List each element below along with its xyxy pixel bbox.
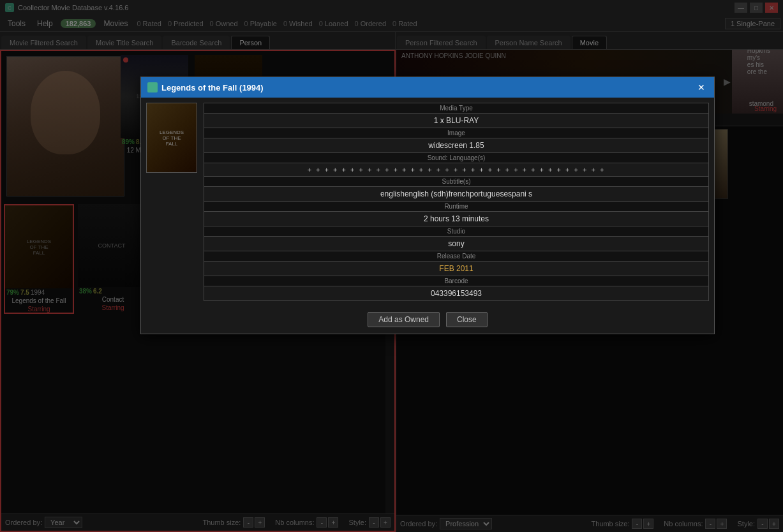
field-subtitles: Subtitle(s) englishenglish (sdh)frenchpo… [204, 176, 709, 202]
dialog-header: Legends of the Fall (1994) ✕ [141, 77, 714, 98]
release-date-value: FEB 2011 [204, 262, 708, 276]
field-media-type: Media Type 1 x BLU-RAY [204, 103, 709, 128]
image-label: Image [204, 128, 708, 138]
dialog-app-icon [147, 82, 158, 92]
runtime-label: Runtime [204, 202, 708, 212]
media-type-value: 1 x BLU-RAY [204, 114, 708, 128]
subtitles-value: englishenglish (sdh)frenchportuguesespan… [204, 187, 708, 201]
dialog-poster: LEGENDSOF THEFALL [146, 103, 197, 300]
runtime-value: 2 hours 13 minutes [204, 212, 708, 226]
sound-label: Sound: Language(s) [204, 153, 708, 163]
field-studio: Studio sony [204, 226, 709, 251]
media-type-label: Media Type [204, 103, 708, 114]
subtitles-label: Subtitle(s) [204, 177, 708, 187]
close-dialog-button[interactable]: Close [446, 312, 488, 327]
studio-value: sony [204, 237, 708, 251]
movie-details-dialog: Legends of the Fall (1994) ✕ LEGENDSOF T… [140, 77, 715, 334]
dialog-overlay: Legends of the Fall (1994) ✕ LEGENDSOF T… [0, 0, 783, 532]
field-release-date: Release Date FEB 2011 [204, 251, 709, 276]
studio-label: Studio [204, 226, 708, 237]
field-sound: Sound: Language(s) + + + + + + + + + + +… [204, 152, 709, 177]
dialog-close-x-button[interactable]: ✕ [695, 81, 708, 94]
field-image: Image widescreen 1.85 [204, 128, 709, 153]
dialog-fields: Media Type 1 x BLU-RAY Image widescreen … [204, 103, 709, 300]
field-runtime: Runtime 2 hours 13 minutes [204, 201, 709, 226]
dialog-title: Legends of the Fall (1994) [161, 83, 264, 92]
barcode-label: Barcode [204, 276, 708, 286]
image-value: widescreen 1.85 [204, 138, 708, 152]
barcode-value: 043396153493 [204, 286, 708, 300]
sound-value: + + + + + + + + + + + + + + + + + + + + … [204, 163, 708, 176]
dialog-buttons: Add as Owned Close [141, 306, 714, 334]
release-date-label: Release Date [204, 251, 708, 262]
add-as-owned-button[interactable]: Add as Owned [368, 312, 440, 327]
field-barcode: Barcode 043396153493 [204, 276, 709, 301]
